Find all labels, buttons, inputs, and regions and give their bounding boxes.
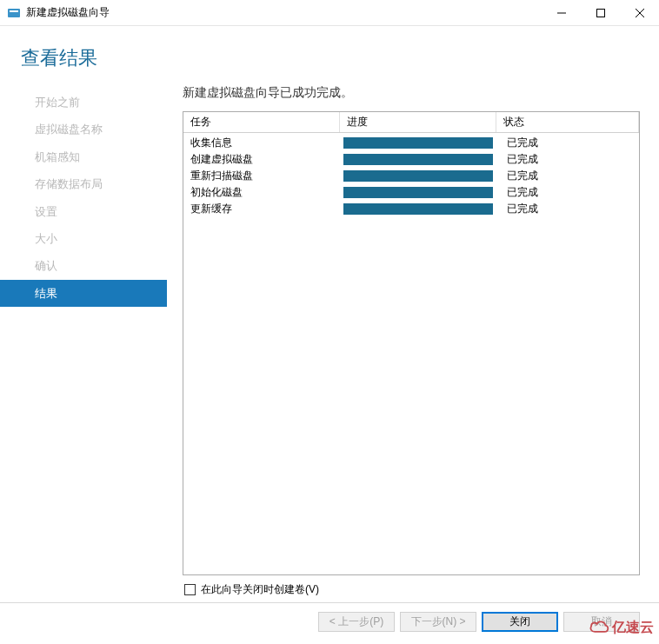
content-area: 查看结果 开始之前虚拟磁盘名称机箱感知存储数据布局设置大小确认结果 新建虚拟磁盘… [0, 26, 659, 644]
next-button: 下一步(N) > [400, 612, 476, 632]
minimize-button[interactable] [542, 0, 581, 26]
progress-bar [343, 154, 493, 165]
column-header-progress[interactable]: 进度 [340, 112, 496, 132]
window-title: 新建虚拟磁盘向导 [26, 5, 542, 20]
progress-bar [343, 137, 493, 149]
sidebar-step-1: 虚拟磁盘名称 [0, 116, 167, 143]
result-row[interactable]: 重新扫描磁盘已完成 [183, 168, 639, 184]
main-row: 开始之前虚拟磁盘名称机箱感知存储数据布局设置大小确认结果 新建虚拟磁盘向导已成功… [0, 85, 659, 602]
create-volume-checkbox[interactable] [184, 584, 196, 595]
task-progress [340, 187, 496, 198]
task-name: 收集信息 [183, 136, 340, 150]
wizard-steps-sidebar: 开始之前虚拟磁盘名称机箱感知存储数据布局设置大小确认结果 [0, 85, 167, 602]
task-name: 重新扫描磁盘 [183, 169, 340, 183]
previous-button: < 上一步(P) [318, 612, 395, 632]
task-status: 已完成 [496, 169, 639, 183]
cancel-button: 取消 [563, 612, 640, 632]
task-name: 初始化磁盘 [183, 185, 340, 200]
result-row[interactable]: 更新缓存已完成 [183, 201, 639, 217]
sidebar-step-3: 存储数据布局 [0, 170, 167, 197]
page-header: 查看结果 [0, 26, 659, 85]
sidebar-step-7: 结果 [0, 280, 167, 307]
page-title: 查看结果 [21, 45, 638, 71]
main-panel: 新建虚拟磁盘向导已成功完成。 任务 进度 状态 收集信息已完成创建虚拟磁盘已完成… [167, 85, 659, 602]
svg-rect-1 [10, 10, 18, 12]
task-name: 更新缓存 [183, 202, 340, 216]
column-header-status[interactable]: 状态 [496, 112, 639, 132]
column-header-task[interactable]: 任务 [183, 112, 340, 132]
sidebar-step-0: 开始之前 [0, 89, 167, 116]
task-progress [340, 137, 496, 149]
close-wizard-button[interactable]: 关闭 [482, 612, 558, 632]
result-row[interactable]: 初始化磁盘已完成 [183, 184, 639, 201]
task-progress [340, 154, 496, 165]
create-volume-label: 在此向导关闭时创建卷(V) [201, 582, 319, 597]
sidebar-step-4: 设置 [0, 198, 167, 225]
task-progress [340, 203, 496, 215]
task-status: 已完成 [496, 202, 639, 216]
svg-rect-3 [596, 9, 604, 17]
progress-bar [343, 203, 493, 215]
task-progress [340, 170, 496, 182]
task-status: 已完成 [496, 185, 639, 200]
maximize-button[interactable] [581, 0, 620, 26]
sidebar-step-6: 确认 [0, 252, 167, 279]
task-status: 已完成 [496, 152, 639, 167]
close-button[interactable] [620, 0, 659, 26]
sidebar-step-2: 机箱感知 [0, 143, 167, 170]
create-volume-checkbox-row[interactable]: 在此向导关闭时创建卷(V) [183, 575, 640, 602]
results-header: 任务 进度 状态 [183, 112, 639, 133]
titlebar: 新建虚拟磁盘向导 [0, 0, 659, 26]
progress-bar [343, 170, 493, 182]
task-name: 创建虚拟磁盘 [183, 152, 340, 167]
result-row[interactable]: 收集信息已完成 [183, 135, 639, 151]
app-icon [7, 6, 21, 20]
results-body: 收集信息已完成创建虚拟磁盘已完成重新扫描磁盘已完成初始化磁盘已完成更新缓存已完成 [183, 133, 639, 219]
result-row[interactable]: 创建虚拟磁盘已完成 [183, 151, 639, 168]
svg-rect-0 [8, 9, 20, 17]
wizard-footer: < 上一步(P) 下一步(N) > 关闭 取消 [0, 602, 659, 644]
task-status: 已完成 [496, 136, 639, 150]
sidebar-step-5: 大小 [0, 225, 167, 252]
completion-message: 新建虚拟磁盘向导已成功完成。 [183, 85, 640, 101]
window-controls [542, 0, 659, 26]
results-table: 任务 进度 状态 收集信息已完成创建虚拟磁盘已完成重新扫描磁盘已完成初始化磁盘已… [183, 111, 640, 575]
progress-bar [343, 187, 493, 198]
